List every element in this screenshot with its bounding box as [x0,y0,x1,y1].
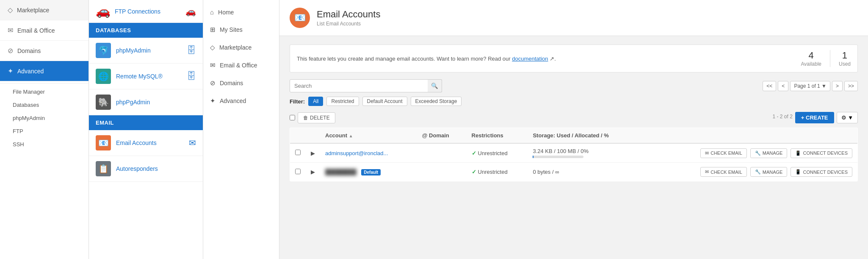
create-button[interactable]: + CREATE [795,112,834,123]
sidebar-item-advanced[interactable]: ✦ Advanced [0,61,88,81]
info-bar: This feature lets you create and manage … [290,45,858,72]
sidebar-item-email-office[interactable]: ✉ Email & Office [0,20,88,41]
storage-bar-fill [533,156,533,158]
email-icon: ✉ [8,26,13,34]
filter-restricted[interactable]: Restricted [326,97,359,106]
sidebar-item-marketplace[interactable]: ◇ Marketplace [0,0,88,20]
nav-my-sites[interactable]: ⊞ My Sites [203,21,279,39]
row1-check [290,143,306,163]
devices-icon: 📱 [795,150,801,156]
filter-exceeded[interactable]: Exceeded Storage [411,97,462,106]
next-page-button[interactable]: > [832,81,843,91]
sidebar-sub-databases[interactable]: Databases [0,98,88,111]
row1-check-email[interactable]: ✉ CHECK EMAIL [700,148,747,158]
used-label: Used [839,61,851,67]
sidebar-item-domains[interactable]: ⊘ Domains [0,41,88,61]
row1-manage[interactable]: 🔧 MANAGE [750,148,788,158]
remote-mysql-secondary-icon: 🗄 [187,71,196,82]
used-num: 1 [839,50,851,61]
row2-check-email[interactable]: ✉ CHECK EMAIL [700,167,747,177]
row1-restriction: ✓ Unrestricted [467,143,528,163]
available-num: 4 [801,50,821,61]
row2-expand[interactable]: ▶ [306,163,320,181]
email-section-header: EMAIL [89,115,203,130]
sidebar-sub-ssh[interactable]: SSH [0,138,88,151]
nav-advanced[interactable]: ✦ Advanced [203,92,279,110]
right-actions: 1 - 2 of 2 + CREATE ⚙ ▼ [772,112,858,123]
delete-button[interactable]: 🗑 DELETE [298,112,335,123]
sidebar-sub-file-manager[interactable]: File Manager [0,85,88,98]
available-stat: 4 Available [801,50,821,67]
row1-account-link[interactable]: adminsupport@ironclad... [325,150,388,156]
phppgadmin-item[interactable]: 🐘 phpPgAdmin [89,89,203,115]
page-subtitle: List Email Accounts [317,21,380,27]
nav-domains[interactable]: ⊘ Domains [203,74,279,92]
wrench-icon: 🔧 [755,150,761,156]
prev-page-button[interactable]: < [778,81,788,91]
last-page-button[interactable]: >> [844,81,858,91]
search-button[interactable]: 🔍 [428,79,442,92]
row1-expand[interactable]: ▶ [306,143,320,163]
email-accounts-item[interactable]: 📧 Email Accounts ✉ [89,130,203,156]
sidebar-sub-phpmyadmin[interactable]: phpMyAdmin [0,111,88,125]
th-check [290,128,306,144]
nav-panel: ⌂ Home ⊞ My Sites ◇ Marketplace ✉ Email … [203,0,279,259]
check-email-icon: ✉ [705,150,709,156]
page-header: 📧 Email Accounts List Email Accounts [279,0,868,36]
remote-mysql-label: Remote MySQL® [116,73,163,80]
email-accounts-label: Email Accounts [116,139,157,146]
autoresponders-icon: 📋 [96,161,111,176]
autoresponders-item[interactable]: 📋 Autoresponders [89,156,203,182]
nav-email-icon: ✉ [210,61,216,69]
phpmyadmin-item[interactable]: 🐬 phpMyAdmin 🗄 [89,38,203,64]
th-restrictions: Restrictions [467,128,528,144]
filter-default[interactable]: Default Account [362,97,407,106]
filter-all[interactable]: All [308,97,323,106]
row2-manage[interactable]: 🔧 MANAGE [750,167,788,177]
settings-button[interactable]: ⚙ ▼ [837,112,858,123]
page-header-icon: 📧 [290,8,310,28]
row2-actions: ✉ CHECK EMAIL 🔧 MANAGE 📱 CONNECT DEVICES [642,163,858,181]
th-storage: Storage: Used / Allocated / % [528,128,642,144]
sidebar-sub-ftp[interactable]: FTP [0,125,88,138]
sort-icon: ▲ [349,134,353,138]
row1-storage: 3.24 KB / 100 MB / 0% [528,143,642,163]
nav-marketplace-icon: ◇ [210,44,215,51]
ftp-connections-label: FTP Connections [115,8,160,15]
page-info[interactable]: Page 1 of 1 ▼ [790,81,830,91]
nav-advanced-icon: ✦ [210,97,216,105]
row2-account-blurred: ████████ [325,169,357,175]
autoresponders-label: Autoresponders [116,165,158,172]
search-input[interactable] [290,79,442,92]
documentation-link[interactable]: documentation [512,56,548,62]
row1-connect-devices[interactable]: 📱 CONNECT DEVICES [791,148,852,158]
middle-panel: 🚗 FTP Connections 🚗 DATABASES 🐬 phpMyAdm… [89,0,203,259]
row1-checkbox[interactable] [295,150,301,155]
trash-icon: 🗑 [303,115,308,121]
phpmyadmin-icon: 🐬 [96,43,111,58]
row2-check [290,163,306,181]
ftp-connections-item[interactable]: 🚗 FTP Connections 🚗 [89,0,203,23]
first-page-button[interactable]: << [763,81,776,91]
info-text: This feature lets you create and manage … [297,56,556,62]
select-all-checkbox[interactable] [290,115,295,120]
th-expand [306,128,320,144]
nav-marketplace[interactable]: ◇ Marketplace [203,39,279,56]
row1-actions: ✉ CHECK EMAIL 🔧 MANAGE 📱 CONNECT DEVICES [642,143,858,163]
phpmyadmin-label: phpMyAdmin [116,47,151,54]
search-input-wrap: 🔍 [290,79,442,92]
row2-checkbox[interactable] [295,169,301,174]
remote-mysql-item[interactable]: 🌐 Remote MySQL® 🗄 [89,64,203,89]
ftp-arrow-icon: 🚗 [185,6,196,17]
row2-connect-devices[interactable]: 📱 CONNECT DEVICES [791,167,852,177]
nav-home[interactable]: ⌂ Home [203,3,279,21]
left-actions: 🗑 DELETE [290,112,335,123]
databases-section-header: DATABASES [89,23,203,38]
results-count: 1 - 2 of 2 [772,114,792,120]
advanced-icon: ✦ [8,67,13,75]
nav-email-office[interactable]: ✉ Email & Office [203,56,279,74]
remote-mysql-icon: 🌐 [96,69,111,84]
table-row: ▶ adminsupport@ironclad... ✓ Unrestricte… [290,143,858,163]
left-sidebar: ◇ Marketplace ✉ Email & Office ⊘ Domains… [0,0,89,259]
actions-row: 🗑 DELETE 1 - 2 of 2 + CREATE ⚙ ▼ [290,112,858,123]
